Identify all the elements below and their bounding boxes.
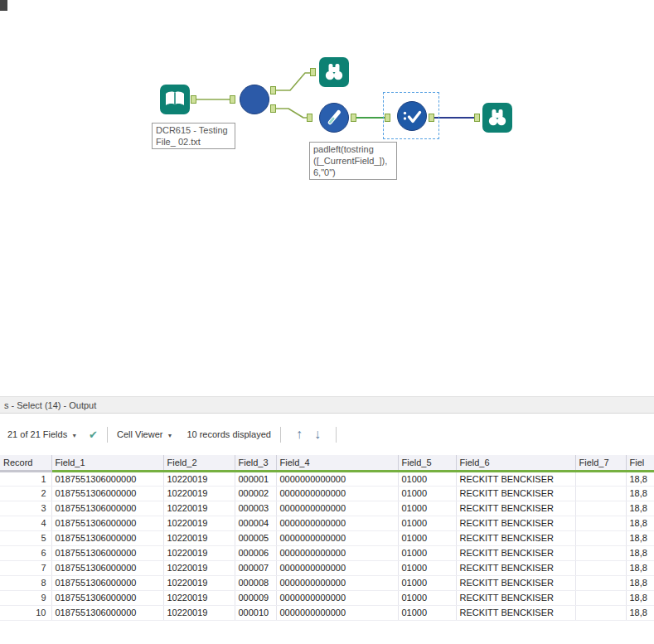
table-cell: 0000000000000 xyxy=(276,486,398,501)
table-cell: 000009 xyxy=(235,590,276,605)
table-cell: 10220019 xyxy=(163,575,235,590)
input-annotation[interactable]: DCR615 - Testing File_ 02.txt xyxy=(152,123,235,149)
table-cell: 0000000000000 xyxy=(276,545,398,560)
table-row[interactable]: 8018755130600000010220019000008000000000… xyxy=(0,575,654,590)
formula-output-anchor[interactable] xyxy=(351,114,356,122)
fields-dropdown[interactable]: 21 of 21 Fields ▼ xyxy=(7,429,77,439)
browse2-input-anchor[interactable] xyxy=(474,114,480,122)
table-cell: 0187551306000000 xyxy=(51,575,163,590)
table-cell xyxy=(575,605,626,620)
table-row[interactable]: 5018755130600000010220019000005000000000… xyxy=(0,530,654,545)
column-header-field_2[interactable]: Field_2 xyxy=(163,455,235,471)
table-row[interactable]: 6018755130600000010220019000006000000000… xyxy=(0,545,654,560)
table-cell: 0187551306000000 xyxy=(51,501,163,516)
select-output-anchor[interactable] xyxy=(429,114,434,122)
table-cell: 1 xyxy=(0,471,51,486)
table-cell: RECKITT BENCKISER xyxy=(456,575,575,590)
table-cell xyxy=(575,575,626,590)
table-row[interactable]: 7018755130600000010220019000007000000000… xyxy=(0,560,654,575)
table-cell: 18,8 xyxy=(626,471,654,486)
table-cell: 0000000000000 xyxy=(276,471,398,486)
table-cell: RECKITT BENCKISER xyxy=(456,530,575,545)
table-cell: 01000 xyxy=(398,575,456,590)
column-header-field_7[interactable]: Field_7 xyxy=(575,455,626,471)
table-row[interactable]: 9018755130600000010220019000009000000000… xyxy=(0,590,654,605)
table-cell: 18,8 xyxy=(626,575,654,590)
table-cell: 10220019 xyxy=(163,516,235,530)
table-cell: 0000000000000 xyxy=(276,605,398,620)
select-tool[interactable] xyxy=(397,101,427,131)
table-cell: 10220019 xyxy=(163,545,235,560)
table-cell xyxy=(575,545,626,560)
circle-output-anchor-top[interactable] xyxy=(270,86,276,94)
cell-viewer-label: Cell Viewer xyxy=(117,429,162,439)
circle-input-anchor[interactable] xyxy=(230,95,235,104)
table-cell: 01000 xyxy=(398,545,456,560)
table-cell: 0187551306000000 xyxy=(51,560,163,575)
app-window: DCR615 - Testing File_ 02.txt xyxy=(0,0,654,644)
table-cell: 000008 xyxy=(235,575,276,590)
arrow-up-icon[interactable]: ↑ xyxy=(296,428,303,441)
table-cell: 18,8 xyxy=(626,560,654,575)
table-cell: 01000 xyxy=(398,560,456,575)
toolbar-separator xyxy=(280,427,281,443)
table-cell: 18,8 xyxy=(626,590,654,605)
table-cell: 4 xyxy=(0,516,51,530)
column-header-field_1[interactable]: Field_1 xyxy=(51,455,163,471)
table-cell: 01000 xyxy=(398,486,456,501)
table-cell: 0000000000000 xyxy=(276,560,398,575)
table-cell: 000003 xyxy=(235,501,276,516)
table-cell xyxy=(575,590,626,605)
chevron-down-icon: ▼ xyxy=(167,433,172,438)
formula-input-anchor[interactable] xyxy=(307,114,312,122)
table-cell: 000010 xyxy=(235,605,276,620)
table-cell: 5 xyxy=(0,530,51,545)
table-row[interactable]: 3018755130600000010220019000003000000000… xyxy=(0,501,654,516)
browse-tool-2[interactable] xyxy=(482,103,512,133)
workflow-canvas[interactable]: DCR615 - Testing File_ 02.txt xyxy=(0,0,654,396)
checkmark-icon xyxy=(397,101,427,131)
column-header-field_4[interactable]: Field_4 xyxy=(276,455,398,471)
annotation-line: 6,"0") xyxy=(313,167,393,178)
table-cell: 0187551306000000 xyxy=(51,471,163,486)
column-header-fiel[interactable]: Fiel xyxy=(626,455,654,471)
table-row[interactable]: 1018755130600000010220019000001000000000… xyxy=(0,471,654,486)
table-cell: 0187551306000000 xyxy=(51,530,163,545)
table-row[interactable]: 1001875513060000001022001900001000000000… xyxy=(0,605,654,620)
arrow-down-icon[interactable]: ↓ xyxy=(314,428,321,441)
formula-tool[interactable] xyxy=(319,103,349,133)
table-row[interactable]: 4018755130600000010220019000004000000000… xyxy=(0,516,654,530)
annotation-line: File_ 02.txt xyxy=(156,136,231,148)
blue-circle-tool[interactable] xyxy=(240,85,269,114)
table-cell: 0000000000000 xyxy=(276,590,398,605)
table-cell xyxy=(575,471,626,486)
select-input-anchor[interactable] xyxy=(385,114,390,122)
table-cell: 18,8 xyxy=(626,605,654,620)
table-cell: 0000000000000 xyxy=(276,501,398,516)
input-data-tool[interactable] xyxy=(160,85,190,114)
table-cell: 000004 xyxy=(235,516,276,530)
table-cell: 7 xyxy=(0,560,51,575)
input-output-anchor[interactable] xyxy=(191,95,196,104)
records-displayed-label: 10 records displayed xyxy=(187,429,271,439)
table-cell: 01000 xyxy=(398,516,456,530)
results-panel: s - Select (14) - Output 21 of 21 Fields… xyxy=(0,396,654,644)
table-row[interactable]: 2018755130600000010220019000002000000000… xyxy=(0,486,654,501)
table-cell: 10220019 xyxy=(163,530,235,545)
column-header-record[interactable]: Record xyxy=(0,455,51,471)
table-cell: 000006 xyxy=(235,545,276,560)
table-cell: 8 xyxy=(0,575,51,590)
table-cell: 0187551306000000 xyxy=(51,486,163,501)
browse1-input-anchor[interactable] xyxy=(310,68,316,76)
browse-tool-1[interactable] xyxy=(319,57,349,87)
formula-annotation[interactable]: padleft(tostring ([_CurrentField_]), 6,"… xyxy=(309,142,397,180)
column-header-field_3[interactable]: Field_3 xyxy=(235,455,276,471)
cell-viewer-dropdown[interactable]: Cell Viewer ▼ xyxy=(117,429,172,439)
table-cell: RECKITT BENCKISER xyxy=(456,501,575,516)
circle-output-anchor-bottom[interactable] xyxy=(270,104,276,113)
table-cell xyxy=(575,560,626,575)
annotation-line: DCR615 - Testing xyxy=(156,124,231,136)
apply-check-icon[interactable]: ✔ xyxy=(89,429,98,441)
column-header-field_5[interactable]: Field_5 xyxy=(398,455,456,471)
column-header-field_6[interactable]: Field_6 xyxy=(456,455,575,471)
